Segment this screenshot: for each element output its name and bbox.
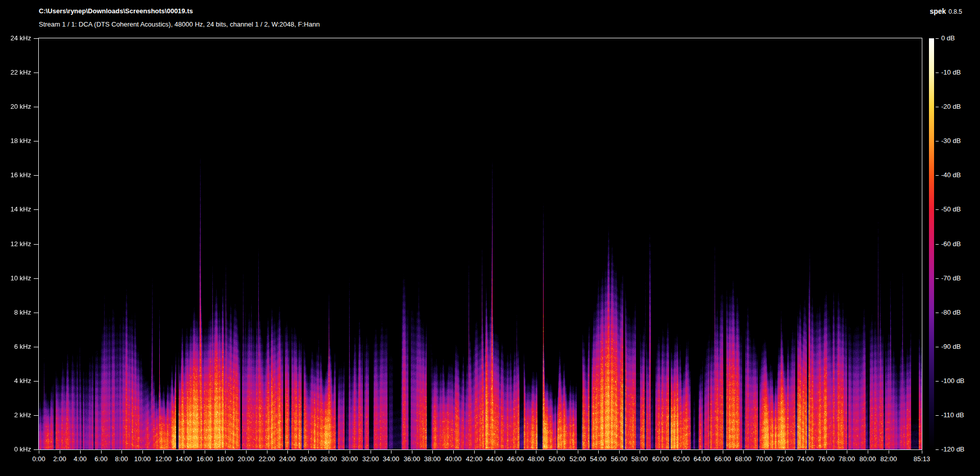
freq-tick [34,244,38,245]
time-tick [142,450,143,454]
freq-tick-label: 0 kHz [0,445,31,454]
time-tick [453,450,454,454]
time-tick [826,450,827,454]
db-tick [936,313,939,313]
spectrogram-canvas [39,38,922,449]
time-tick [598,450,599,454]
freq-tick [34,141,38,141]
db-tick-label: -10 dB [941,68,961,77]
time-tick-label: 85:13 [906,455,937,463]
db-tick [936,347,939,347]
db-tick [936,107,939,107]
time-tick [805,450,806,454]
db-tick-label: -60 dB [941,240,961,248]
time-tick [922,450,922,454]
time-tick [785,450,786,454]
db-tick [936,73,939,73]
time-tick [847,450,847,454]
time-tick [246,450,247,454]
db-tick-label: -110 dB [941,411,964,419]
time-tick [681,450,682,454]
db-tick [936,209,939,210]
time-tick [578,450,578,454]
time-tick [640,450,640,454]
freq-tick [34,415,38,416]
db-tick [936,38,939,39]
db-tick [936,244,939,245]
db-tick [936,415,939,416]
time-tick [723,450,723,454]
freq-tick [34,73,38,73]
time-tick [516,450,516,454]
time-tick [205,450,205,454]
db-tick [936,449,939,450]
time-tick-label: 82:00 [873,455,904,463]
db-tick-label: -40 dB [941,171,961,179]
time-tick [702,450,702,454]
time-tick [225,450,226,454]
time-tick [660,450,661,454]
app-brand: spek0.8.5 [929,7,962,15]
time-tick [184,450,184,454]
db-tick-label: -80 dB [941,308,961,317]
db-tick-label: -100 dB [941,377,965,385]
file-path: C:\Users\rynep\Downloads\Screenshots\000… [39,7,193,15]
time-tick [412,450,412,454]
time-tick [308,450,309,454]
time-tick [350,450,350,454]
time-tick [163,450,164,454]
db-tick-label: -70 dB [941,274,961,282]
time-tick [474,450,475,454]
time-tick [557,450,557,454]
time-tick [101,450,102,454]
freq-tick-label: 20 kHz [0,103,31,111]
time-tick [536,450,536,454]
time-tick [764,450,765,454]
freq-tick [34,107,38,107]
db-tick [936,381,939,382]
freq-tick [34,209,38,210]
freq-tick-label: 14 kHz [0,205,31,213]
freq-tick-label: 18 kHz [0,137,31,145]
freq-tick [34,381,38,382]
legend-colorbar [929,38,934,449]
time-tick [495,450,495,454]
freq-tick [34,38,38,39]
db-tick-label: -30 dB [941,137,961,145]
freq-tick-label: 6 kHz [0,343,31,351]
freq-tick-label: 8 kHz [0,308,31,317]
freq-tick-label: 24 kHz [0,34,31,42]
freq-tick [34,313,38,313]
freq-tick [34,347,38,347]
time-tick [267,450,267,454]
freq-tick-label: 16 kHz [0,171,31,179]
freq-tick-label: 12 kHz [0,240,31,248]
app-name: spek [929,7,946,15]
time-tick [391,450,391,454]
spek-window: C:\Users\rynep\Downloads\Screenshots\000… [0,0,980,476]
time-tick [868,450,868,454]
time-tick [287,450,288,454]
db-tick-label: -90 dB [941,343,961,351]
freq-tick [34,449,38,450]
time-tick [60,450,60,454]
freq-tick [34,278,38,279]
db-tick-label: -50 dB [941,205,961,213]
db-tick [936,175,939,176]
freq-tick-label: 2 kHz [0,411,31,419]
app-version: 0.8.5 [948,8,962,15]
time-tick [743,450,744,454]
freq-tick [34,175,38,176]
db-tick-label: -20 dB [941,103,961,111]
db-tick-label: 0 dB [941,34,955,42]
time-tick [619,450,620,454]
time-tick [371,450,371,454]
db-tick-label: -120 dB [941,445,965,454]
freq-tick-label: 10 kHz [0,274,31,282]
freq-tick-label: 4 kHz [0,377,31,385]
time-tick [889,450,889,454]
time-tick [329,450,329,454]
stream-info: Stream 1 / 1: DCA (DTS Coherent Acoustic… [39,20,320,28]
db-tick [936,141,939,141]
time-tick [39,450,39,454]
